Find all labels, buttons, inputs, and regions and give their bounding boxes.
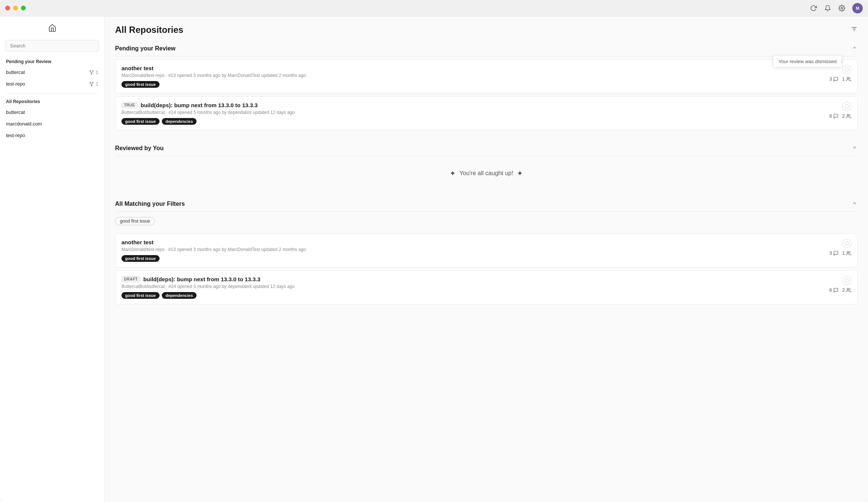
pr-comments: 3: [830, 76, 838, 82]
pr-card-3: another test MarcDonald/test-repo · #13 …: [115, 233, 858, 267]
sidebar-item-marcdonald[interactable]: marcdonald.com: [0, 118, 104, 130]
sidebar-item-test-repo-pending[interactable]: test-repo 1: [0, 78, 104, 90]
avatar[interactable]: M: [852, 3, 863, 13]
label-good-first-issue: good first issue: [121, 255, 160, 262]
sidebar: Pending your Review buttercat 1 test-rep…: [0, 16, 105, 502]
main-content: All Repositories Pending your Review: [105, 16, 868, 502]
svg-point-6: [845, 105, 849, 108]
pr-labels: good first issue: [121, 81, 830, 88]
pr-stats: 6 2: [830, 287, 851, 293]
pr-title: true build(deps): bump next from 13.3.0 …: [121, 102, 830, 108]
sidebar-item-buttercat-pending[interactable]: buttercat 1: [0, 66, 104, 78]
sidebar-item-test-repo[interactable]: test-repo: [0, 130, 104, 141]
all-caught-up-message: ✦ You're all caught up! ✦: [115, 158, 858, 189]
draft-badge: true: [121, 102, 138, 108]
pr-comments: 6: [830, 113, 838, 119]
reviewed-by-you-title: Reviewed by You: [115, 145, 164, 152]
pr-card-left: DRAFT build(deps): bump next from 13.3.0…: [121, 276, 830, 299]
pr-reviewers: 1: [842, 76, 851, 82]
pr-title: another test: [121, 239, 830, 245]
collapse-icon[interactable]: [852, 45, 858, 52]
pr-status-icon[interactable]: [842, 102, 851, 111]
minimize-button[interactable]: [13, 6, 18, 10]
sidebar-home-button[interactable]: [0, 21, 104, 37]
settings-icon[interactable]: [838, 4, 846, 12]
svg-point-10: [845, 279, 849, 282]
pr-stats: 3 1: [830, 250, 851, 256]
tooltip-review-dismissed: Your review was dismissed: [773, 55, 842, 68]
pr-meta: MarcDonald/test-repo · #13 opened 3 mont…: [121, 73, 830, 78]
sidebar-item-buttercat[interactable]: buttercat: [0, 106, 104, 118]
filter-tag[interactable]: good first issue: [115, 217, 155, 225]
pr-card-left: another test MarcDonald/test-repo · #13 …: [121, 239, 830, 262]
pr-status-icon[interactable]: [842, 65, 851, 74]
pr-card-left: true build(deps): bump next from 13.3.0 …: [121, 102, 830, 125]
sidebar-item-label: buttercat: [6, 69, 25, 75]
pr-card-2: true build(deps): bump next from 13.3.0 …: [115, 96, 858, 130]
pr-reviewers: 2: [842, 113, 851, 119]
search-input[interactable]: [5, 40, 99, 52]
pr-card-header: another test MarcDonald/test-repo · #13 …: [121, 239, 851, 262]
pr-labels: good first issue dependencies: [121, 118, 830, 125]
all-repos-section-title: All Repositories: [0, 97, 104, 106]
refresh-icon[interactable]: [810, 4, 817, 12]
pr-card-header: another test MarcDonald/test-repo · #13 …: [121, 65, 851, 88]
titlebar: M: [0, 0, 868, 16]
titlebar-icons: M: [810, 3, 863, 13]
collapse-icon[interactable]: [852, 145, 858, 152]
sidebar-search[interactable]: [5, 40, 99, 52]
collapse-icon[interactable]: [852, 200, 858, 208]
draft-badge: DRAFT: [121, 276, 140, 282]
pr-title: DRAFT build(deps): bump next from 13.3.0…: [121, 276, 830, 282]
label-dependencies: dependencies: [162, 118, 197, 125]
pr-card-right: 3 1: [830, 239, 851, 256]
pr-card-1: Your review was dismissed another test M…: [115, 59, 858, 93]
notification-icon[interactable]: [824, 4, 831, 12]
sidebar-item-label: marcdonald.com: [6, 121, 42, 127]
svg-point-4: [845, 68, 849, 71]
pr-meta: ButtercatBot/buttercat · #24 opened 5 mo…: [121, 284, 830, 289]
pr-meta: ButtercatBot/buttercat · #24 opened 5 mo…: [121, 110, 830, 115]
pending-review-section: Pending your Review Your review was dism…: [105, 41, 868, 141]
pr-status-icon[interactable]: [842, 239, 851, 248]
label-dependencies: dependencies: [162, 292, 197, 299]
all-matching-section: All Matching your Filters good first iss…: [105, 196, 868, 315]
pr-labels: good first issue: [121, 255, 830, 262]
pr-meta: MarcDonald/test-repo · #13 opened 3 mont…: [121, 247, 830, 252]
reviewed-by-you-section: Reviewed by You ✦ You're all caught up! …: [105, 141, 868, 196]
svg-point-7: [847, 114, 849, 116]
maximize-button[interactable]: [21, 6, 26, 10]
svg-point-8: [845, 242, 849, 245]
pending-review-section-title: Pending your Review: [0, 58, 104, 66]
pr-card-left: another test MarcDonald/test-repo · #13 …: [121, 65, 830, 88]
sidebar-item-badge: 1: [89, 70, 98, 75]
label-good-first-issue: good first issue: [121, 81, 160, 88]
svg-point-0: [841, 7, 843, 9]
pr-card-right: 6 2: [830, 276, 851, 293]
svg-point-9: [847, 251, 849, 253]
page-title: All Repositories: [115, 25, 183, 35]
pr-card-header: DRAFT build(deps): bump next from 13.3.0…: [121, 276, 851, 299]
traffic-lights: [5, 6, 26, 10]
sparkle-right-icon: ✦: [517, 169, 523, 178]
pending-review-header: Pending your Review: [115, 41, 858, 56]
filter-icon[interactable]: [851, 26, 858, 34]
all-matching-title: All Matching your Filters: [115, 201, 185, 207]
pr-title: another test: [121, 65, 830, 71]
caught-up-text: You're all caught up!: [460, 170, 513, 177]
pr-labels: good first issue dependencies: [121, 292, 830, 299]
close-button[interactable]: [5, 6, 10, 10]
label-good-first-issue: good first issue: [121, 292, 160, 299]
pr-reviewers: 2: [842, 287, 851, 293]
sidebar-item-label: test-repo: [6, 81, 25, 87]
home-icon: [48, 24, 56, 34]
sidebar-item-badge: 1: [89, 81, 98, 87]
pr-comments: 6: [830, 287, 838, 293]
pr-card-4: DRAFT build(deps): bump next from 13.3.0…: [115, 270, 858, 304]
pr-card-header: true build(deps): bump next from 13.3.0 …: [121, 102, 851, 125]
sidebar-divider: [6, 93, 98, 94]
main-header: All Repositories: [105, 16, 868, 41]
pr-status-icon[interactable]: [842, 276, 851, 285]
pr-stats: 3 1: [830, 76, 851, 82]
sidebar-item-label: test-repo: [6, 133, 25, 138]
